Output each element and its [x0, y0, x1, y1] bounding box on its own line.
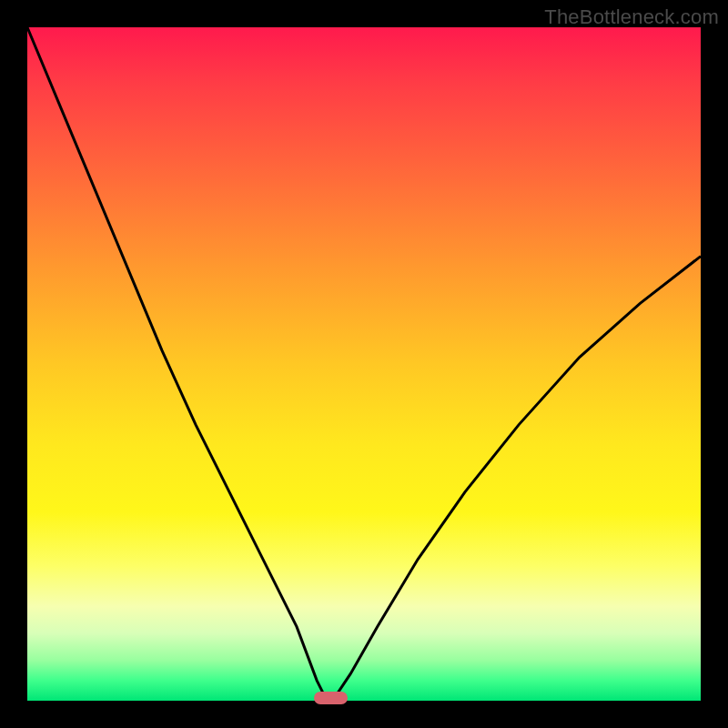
outer-frame: TheBottleneck.com: [0, 0, 728, 728]
watermark-text: TheBottleneck.com: [544, 5, 719, 29]
optimal-marker: [314, 692, 348, 704]
bottleneck-curve: [27, 27, 701, 701]
curve-path: [27, 27, 701, 701]
